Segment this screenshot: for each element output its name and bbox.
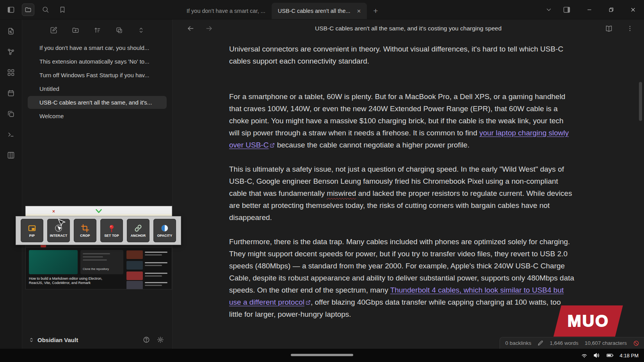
folder-icon — [25, 6, 32, 13]
search-button[interactable] — [39, 4, 52, 16]
word-count: 1,646 words — [550, 340, 578, 346]
bookmarks-button[interactable] — [56, 4, 69, 16]
tab-close-button[interactable]: × — [355, 7, 363, 15]
graph-icon — [7, 48, 15, 56]
right-sidebar-toggle-button[interactable] — [560, 4, 573, 16]
crop-button[interactable]: CROP — [74, 219, 96, 242]
close-button[interactable] — [622, 0, 644, 19]
new-note-button[interactable] — [47, 24, 60, 36]
columns-icon — [7, 151, 15, 159]
terminal-button[interactable] — [5, 128, 17, 141]
pushpin-icon — [107, 224, 116, 232]
video-thumbnail-mid: Clone the repository — [80, 250, 123, 274]
clock[interactable]: 4:18 PM — [620, 353, 639, 358]
new-folder-button[interactable] — [69, 24, 82, 36]
tab-usbc-active[interactable]: USB-C cables aren't all the... × — [272, 3, 367, 19]
file-item[interactable]: Turn off Windows Fast Startup if you hav… — [28, 69, 167, 82]
vault-switcher[interactable]: Obsidian Vault — [28, 337, 78, 343]
minimize-button[interactable] — [578, 0, 600, 19]
volume-icon[interactable] — [593, 352, 600, 359]
taskbar-handle[interactable] — [291, 354, 353, 356]
muo-logo: MUO — [553, 305, 623, 337]
file-item[interactable]: If you don't have a smart car, you shoul… — [28, 41, 167, 54]
templates-button[interactable] — [5, 108, 17, 120]
external-link-icon — [306, 300, 311, 305]
more-options-button[interactable] — [624, 22, 636, 35]
pip-icon — [27, 224, 37, 232]
article-link[interactable]: Thunderbolt 4 cables, which look similar… — [229, 286, 564, 306]
video-thumbnail-large — [29, 250, 78, 274]
taskbar: 4:18 PM — [0, 349, 644, 362]
opacity-icon — [160, 224, 169, 232]
restore-icon — [608, 7, 614, 13]
file-item[interactable]: Untitled — [28, 82, 167, 95]
explorer-toolbar — [22, 20, 172, 41]
expand-button[interactable] — [135, 24, 147, 36]
crop-button-label: CROP — [80, 234, 90, 238]
pip-toolbar: PIP INTERACT CROP SET TOP ANCHOR OPACITY — [16, 216, 181, 245]
tab-label: If you don't have a smart car, ... — [187, 8, 265, 14]
panel-right-icon — [563, 6, 571, 14]
pip-video-preview[interactable]: How to build a Markdown editor using Ele… — [25, 243, 172, 289]
backlinks-count[interactable]: 0 backlinks — [505, 340, 532, 346]
bookmark-icon — [59, 6, 66, 13]
vault-folder-button[interactable] — [22, 4, 34, 16]
file-search-icon — [7, 27, 15, 35]
crop-icon — [80, 224, 90, 232]
opacity-button[interactable]: OPACITY — [153, 219, 176, 242]
file-item[interactable]: This extension automatically says 'No' t… — [28, 55, 167, 68]
arrow-right-icon — [205, 25, 213, 32]
back-button[interactable] — [184, 22, 197, 35]
titlebar-left-actions — [0, 4, 69, 16]
collapse-all-button[interactable] — [113, 24, 125, 36]
kanban-button[interactable] — [5, 149, 17, 161]
daily-notes-button[interactable] — [5, 87, 17, 99]
playlist-row — [126, 250, 170, 260]
wifi-icon[interactable] — [581, 352, 588, 359]
file-item[interactable]: Welcome — [28, 110, 167, 122]
forward-button[interactable] — [203, 22, 215, 35]
article-link[interactable]: your laptop charging slowly over USB-C — [229, 129, 569, 149]
tab-list-button[interactable] — [543, 4, 555, 16]
battery-icon[interactable] — [606, 352, 614, 359]
quick-switcher-button[interactable] — [5, 25, 17, 37]
reading-mode-button[interactable] — [603, 22, 615, 35]
sort-button[interactable] — [91, 24, 103, 36]
article-paragraph: This is ultimately a safety issue, not j… — [229, 163, 575, 224]
mini-close-icon[interactable]: × — [52, 209, 55, 214]
set-top-button[interactable]: SET TOP — [100, 219, 123, 242]
calendar-icon — [7, 89, 15, 97]
video-caption-secondary: Clone the repository — [83, 267, 109, 271]
settings-button[interactable] — [155, 334, 166, 345]
workspace: If you don't have a smart car, you shoul… — [0, 20, 644, 349]
left-sidebar-toggle-button[interactable] — [5, 4, 17, 16]
scrollbar-thumb[interactable] — [639, 82, 642, 121]
file-item[interactable]: USB-C cables aren't all the same, and it… — [28, 96, 167, 109]
tab-smart-car[interactable]: If you don't have a smart car, ... — [180, 3, 272, 19]
restore-button[interactable] — [600, 0, 622, 19]
help-icon — [143, 336, 150, 343]
edit-mode-icon[interactable] — [537, 340, 543, 346]
video-caption: How to build a Markdown editor using Ele… — [29, 277, 103, 285]
article-paragraph: Furthermore, there is the data trap. Man… — [229, 236, 575, 320]
note-title: USB-C cables aren't all the same, and it… — [196, 25, 621, 32]
help-button[interactable] — [141, 334, 152, 345]
anchor-button[interactable]: ANCHOR — [127, 219, 149, 242]
file-list: If you don't have a smart car, you shoul… — [22, 41, 172, 123]
muo-logo-text: MUO — [568, 312, 609, 330]
article-paragraph: For a smartphone or a tablet, 60W is ple… — [229, 90, 575, 151]
canvas-button[interactable] — [5, 66, 17, 79]
close-icon — [630, 7, 636, 13]
obsidian-window: If you don't have a smart car, ... USB-C… — [0, 0, 644, 349]
chevrons-up-down-icon — [28, 337, 34, 343]
folder-plus-icon — [72, 27, 79, 34]
graph-view-button[interactable] — [5, 46, 17, 58]
vault-name: Obsidian Vault — [37, 337, 78, 343]
sync-off-icon[interactable] — [633, 340, 639, 346]
playlist-row — [126, 280, 170, 289]
new-tab-button[interactable]: + — [370, 5, 382, 17]
opacity-button-label: OPACITY — [157, 234, 173, 238]
pip-mini-window[interactable]: × — [25, 206, 172, 217]
pip-button[interactable]: PIP — [21, 219, 43, 242]
terminal-icon — [7, 131, 15, 138]
